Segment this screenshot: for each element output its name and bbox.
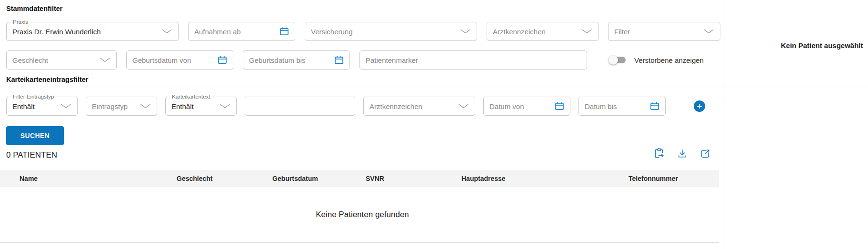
geburtsdatum-bis-placeholder: Geburtsdatum bis (249, 56, 305, 64)
chevron-down-icon (699, 29, 714, 34)
arztkennzeichen-select[interactable]: Arztkennzeichen (487, 22, 599, 41)
eintragstyp-placeholder: Eintragstyp (92, 102, 128, 110)
toggle-thumb[interactable] (609, 55, 618, 65)
verstorbene-anzeigen-label: Verstorbene anzeigen (634, 56, 704, 64)
no-patient-selected-message: Kein Patient ausgewählt (781, 41, 863, 50)
patient-count-label: 0 PATIENTEN (6, 150, 57, 160)
column-header-geburtsdatum[interactable]: Geburtsdatum (272, 175, 366, 182)
chevron-down-icon (578, 29, 592, 34)
geburtsdatum-von-date-field[interactable]: Geburtsdatum von (126, 50, 233, 70)
column-header-geschlecht[interactable]: Geschlecht (177, 175, 272, 182)
panel-divider (725, 0, 725, 249)
karteikarten-filter-row: Filter Eintragstyp Enthält Eintragstyp K… (6, 97, 705, 116)
geburtsdatum-von-placeholder: Geburtsdatum von (132, 56, 191, 64)
karteikartentext-value: Enthält (171, 102, 194, 110)
chevron-down-icon (136, 104, 151, 109)
open-external-icon[interactable] (699, 148, 711, 159)
geschlecht-select[interactable]: Geschlecht (6, 50, 117, 70)
aufnahmen-ab-placeholder: Aufnahmen ab (194, 28, 241, 36)
column-header-svnr[interactable]: SVNR (366, 175, 461, 182)
filter-eintragstyp-select[interactable]: Filter Eintragstyp Enthält (6, 97, 78, 116)
chevron-down-icon (96, 58, 110, 62)
datum-bis-placeholder: Datum bis (585, 102, 617, 110)
section-divider-line (0, 87, 868, 87)
patientenmarker-field[interactable] (359, 50, 587, 70)
chevron-down-icon (216, 104, 230, 109)
geschlecht-placeholder: Geschlecht (12, 56, 48, 64)
patient-table-header: Name Geschlecht Geburtsdatum SVNR Haupta… (0, 170, 719, 187)
column-header-telefonnummer[interactable]: Telefonnummer (629, 175, 678, 182)
geburtsdatum-bis-date-field[interactable]: Geburtsdatum bis (243, 50, 350, 70)
copy-to-clipboard-icon[interactable] (653, 148, 665, 159)
arztkennzeichen-eintrag-select[interactable]: Arztkennzeichen (363, 97, 475, 116)
calendar-icon[interactable] (551, 101, 564, 111)
download-icon[interactable] (676, 148, 688, 159)
verstorbene-anzeigen-toggle[interactable] (609, 55, 627, 65)
karteikartentext-freitext-field[interactable] (245, 97, 355, 116)
column-header-hauptadresse[interactable]: Hauptadresse (461, 175, 629, 182)
praxis-select[interactable]: Praxis Praxis Dr. Erwin Wunderlich (6, 22, 179, 41)
filter-eintragstyp-value: Enthält (12, 102, 35, 110)
calendar-icon[interactable] (330, 55, 344, 65)
versicherung-placeholder: Versicherung (311, 28, 353, 36)
results-toolbar (653, 148, 711, 159)
versicherung-select[interactable]: Versicherung (305, 22, 477, 41)
datum-von-placeholder: Datum von (489, 102, 524, 110)
chevron-down-icon (456, 29, 471, 34)
no-patients-message: Keine Patienten gefunden (0, 210, 725, 219)
verstorbene-toggle-group: Verstorbene anzeigen (609, 55, 704, 65)
table-bottom-line (0, 242, 719, 243)
stammdatenfilter-heading: Stammdatenfilter (6, 5, 62, 12)
karteikarteneintragsfilter-heading: Karteikarteneintragsfilter (6, 76, 88, 83)
filter-placeholder: Filter (614, 28, 630, 36)
calendar-icon[interactable] (276, 27, 289, 36)
patient-search-page: Stammdatenfilter Praxis Praxis Dr. Erwin… (0, 0, 868, 249)
praxis-label: Praxis (11, 19, 30, 25)
arztkennzeichen-eintrag-placeholder: Arztkennzeichen (369, 102, 422, 110)
chevron-down-icon (158, 29, 172, 34)
karteikartentext-select[interactable]: Karteikartentext Enthält (165, 97, 237, 116)
calendar-icon[interactable] (646, 101, 659, 111)
chevron-down-icon (454, 104, 469, 109)
karteikartentext-freitext-input[interactable] (251, 102, 349, 110)
stammdaten-filter-row-1: Praxis Praxis Dr. Erwin Wunderlich Aufna… (6, 22, 720, 41)
datum-von-date-field[interactable]: Datum von (483, 97, 570, 116)
datum-bis-date-field[interactable]: Datum bis (579, 97, 666, 116)
praxis-value: Praxis Dr. Erwin Wunderlich (12, 28, 101, 36)
add-filter-button[interactable]: + (694, 100, 705, 112)
patientenmarker-input[interactable] (366, 56, 581, 64)
column-header-name[interactable]: Name (20, 175, 177, 182)
eintragstyp-select[interactable]: Eintragstyp (86, 97, 157, 116)
aufnahmen-ab-date-field[interactable]: Aufnahmen ab (188, 22, 295, 41)
suchen-button[interactable]: SUCHEN (6, 126, 64, 145)
stammdaten-filter-row-2: Geschlecht Geburtsdatum von Geburtsdatum… (6, 50, 704, 70)
karteikartentext-label: Karteikartentext (170, 94, 212, 100)
arztkennzeichen-placeholder: Arztkennzeichen (493, 28, 546, 36)
filter-eintragstyp-label: Filter Eintragstyp (11, 94, 56, 100)
filter-select[interactable]: Filter (608, 22, 720, 41)
calendar-icon[interactable] (214, 55, 227, 65)
chevron-down-icon (57, 104, 71, 109)
